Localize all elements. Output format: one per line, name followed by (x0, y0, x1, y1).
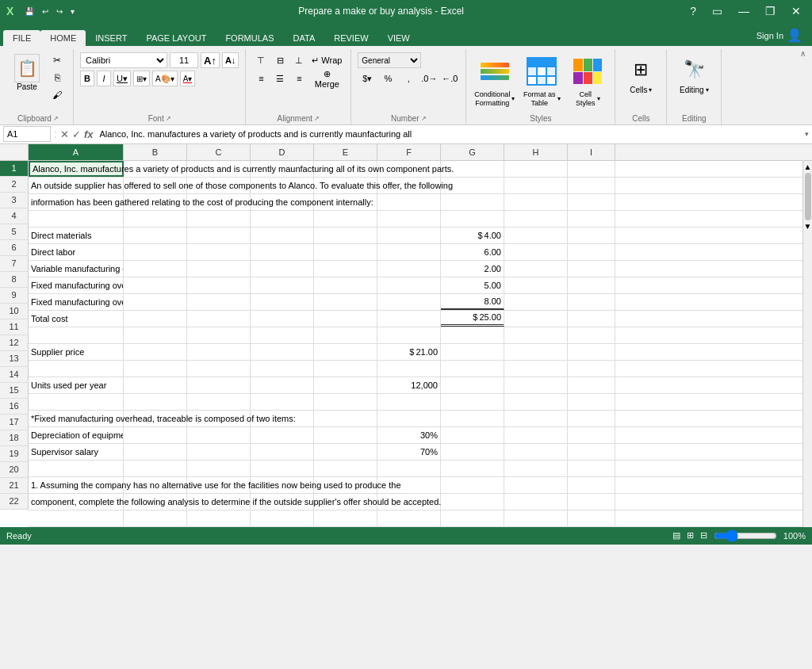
cell-g15[interactable] (441, 394, 504, 410)
cell-f11[interactable] (377, 327, 441, 343)
row-num-17[interactable]: 17 (0, 415, 29, 430)
cell-i11[interactable] (568, 327, 615, 343)
cell-g17[interactable] (441, 427, 504, 443)
cell-f15[interactable] (377, 394, 441, 410)
cell-d13[interactable] (251, 361, 314, 377)
cell-d5[interactable] (251, 227, 314, 243)
cell-f9[interactable] (377, 294, 441, 310)
align-middle-button[interactable]: ⊟ (271, 52, 289, 68)
cell-i21[interactable] (568, 494, 615, 510)
cell-b18[interactable] (124, 444, 187, 460)
cell-c17[interactable] (187, 427, 251, 443)
cell-b14[interactable] (124, 377, 187, 393)
cell-h2[interactable] (504, 178, 568, 193)
cell-f6[interactable] (377, 244, 441, 260)
cell-c7[interactable] (187, 261, 251, 277)
row-num-1[interactable]: 1 (0, 161, 29, 177)
cell-h19[interactable] (504, 461, 568, 476)
cell-i6[interactable] (568, 244, 615, 260)
undo-quick-btn[interactable]: ↩ (40, 6, 51, 17)
cell-h11[interactable] (504, 327, 568, 343)
close-btn[interactable]: ✕ (787, 5, 806, 17)
align-left-button[interactable]: ≡ (252, 71, 270, 86)
cell-d12[interactable] (251, 344, 314, 360)
shrink-font-button[interactable]: A↓ (222, 52, 239, 68)
cells-dropdown-icon[interactable]: ▾ (649, 86, 652, 94)
cell-e14[interactable] (314, 377, 377, 393)
cell-a12[interactable]: Supplier price (29, 344, 124, 360)
scroll-thumb[interactable] (805, 173, 811, 220)
cell-c10[interactable] (187, 311, 251, 327)
cell-i18[interactable] (568, 444, 615, 460)
cell-b13[interactable] (124, 361, 187, 377)
cell-a4[interactable] (29, 211, 124, 227)
cell-c8[interactable] (187, 277, 251, 293)
col-header-i[interactable]: I (568, 144, 615, 160)
insert-function-icon[interactable]: fx (84, 128, 94, 140)
cell-h3[interactable] (504, 194, 568, 210)
cell-i4[interactable] (568, 211, 615, 227)
formula-expand-icon[interactable]: ▾ (805, 130, 809, 138)
cell-h17[interactable] (504, 427, 568, 443)
row-num-20[interactable]: 20 (0, 462, 29, 478)
cell-g6[interactable]: 6.00 (441, 244, 504, 260)
cell-a5[interactable]: Direct materials (29, 227, 124, 243)
col-header-a[interactable]: A (29, 144, 124, 160)
page-break-view-btn[interactable]: ⊟ (700, 530, 707, 541)
cell-reference-input[interactable] (3, 126, 51, 142)
cell-e18[interactable] (314, 444, 377, 460)
format-painter-button[interactable]: 🖌 (48, 87, 67, 103)
cell-d14[interactable] (251, 377, 314, 393)
cell-h10[interactable] (504, 311, 568, 327)
currency-button[interactable]: $▾ (358, 71, 377, 86)
merge-center-button[interactable]: ⊕ Merge (309, 71, 344, 86)
cell-e12[interactable] (314, 344, 377, 360)
cell-d8[interactable] (251, 277, 314, 293)
number-expand-icon[interactable]: ↗ (421, 115, 427, 122)
cell-g12[interactable] (441, 344, 504, 360)
cell-b10[interactable] (124, 311, 187, 327)
italic-button[interactable]: I (97, 71, 111, 86)
cell-d7[interactable] (251, 261, 314, 277)
cell-e13[interactable] (314, 361, 377, 377)
cell-a3[interactable]: information has been gathered relating t… (29, 194, 124, 210)
cell-d4[interactable] (251, 211, 314, 227)
minimize-btn[interactable]: — (733, 5, 754, 17)
cell-i8[interactable] (568, 277, 615, 293)
cell-f12[interactable]: $ 21.00 (377, 344, 441, 360)
cell-i22[interactable] (568, 510, 615, 526)
border-button[interactable]: ⊞▾ (133, 71, 150, 86)
col-header-g[interactable]: G (441, 144, 504, 160)
cell-f14[interactable]: 12,000 (377, 377, 441, 393)
ribbon-collapse-button[interactable]: ∧ (797, 49, 809, 124)
cell-c19[interactable] (187, 461, 251, 476)
scroll-down-arrow[interactable]: ▼ (804, 222, 812, 231)
cell-h1[interactable] (504, 161, 568, 177)
cell-f8[interactable] (377, 277, 441, 293)
tab-data[interactable]: DATA (284, 30, 325, 46)
wrap-text-button[interactable]: ↵ Wrap (309, 52, 344, 68)
cell-d22[interactable] (251, 510, 314, 526)
cell-g3[interactable] (441, 194, 504, 210)
cell-i7[interactable] (568, 261, 615, 277)
tab-page-layout[interactable]: PAGE LAYOUT (136, 30, 216, 46)
cell-f13[interactable] (377, 361, 441, 377)
cell-e10[interactable] (314, 311, 377, 327)
confirm-formula-icon[interactable]: ✓ (72, 128, 81, 140)
cell-f5[interactable] (377, 227, 441, 243)
tab-file[interactable]: FILE (3, 30, 40, 46)
cell-h13[interactable] (504, 361, 568, 377)
row-num-22[interactable]: 22 (0, 494, 29, 510)
restore-ribbon-btn[interactable]: ▭ (707, 5, 727, 17)
row-num-2[interactable]: 2 (0, 177, 29, 193)
cell-e5[interactable] (314, 227, 377, 243)
cell-g10[interactable]: $ 25.00 (441, 311, 504, 327)
cell-i20[interactable] (568, 477, 615, 493)
row-num-8[interactable]: 8 (0, 272, 29, 288)
cell-c14[interactable] (187, 377, 251, 393)
cell-i10[interactable] (568, 311, 615, 327)
row-num-18[interactable]: 18 (0, 430, 29, 446)
formula-input[interactable] (96, 126, 802, 142)
format-as-table-dropdown-icon[interactable]: ▾ (557, 95, 561, 102)
row-num-7[interactable]: 7 (0, 256, 29, 272)
